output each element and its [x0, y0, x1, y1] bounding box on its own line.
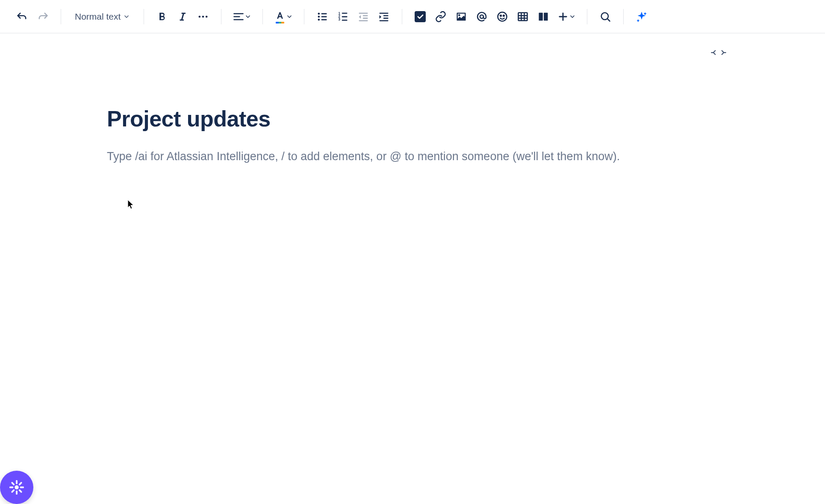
layouts-icon [537, 11, 549, 23]
svg-rect-19 [363, 15, 368, 16]
chevron-down-icon [569, 13, 576, 20]
table-button[interactable] [513, 7, 532, 26]
document-content[interactable]: Project updates Type /ai for Atlassian I… [107, 55, 718, 165]
redo-button[interactable] [33, 7, 52, 26]
divider [623, 9, 624, 24]
insert-group [406, 7, 583, 26]
bold-icon [156, 11, 168, 23]
divider [304, 9, 304, 24]
action-item-icon [415, 11, 426, 22]
svg-point-1 [202, 15, 204, 18]
loom-fab-button[interactable] [0, 471, 33, 504]
svg-point-2 [206, 15, 208, 18]
indent-icon [378, 11, 390, 23]
align-dropdown[interactable] [230, 7, 254, 26]
divider [144, 9, 144, 24]
svg-rect-21 [359, 20, 368, 21]
svg-rect-17 [342, 20, 348, 21]
svg-rect-9 [321, 16, 327, 17]
svg-rect-30 [519, 12, 527, 21]
bullet-list-icon [316, 11, 328, 23]
divider [262, 9, 263, 24]
width-toggle-button[interactable] [710, 49, 727, 56]
text-style-group: Normal text [65, 7, 140, 26]
more-icon [197, 11, 209, 23]
svg-rect-13 [342, 12, 348, 14]
image-icon [455, 11, 467, 23]
cursor-pointer [127, 199, 135, 210]
svg-text:3: 3 [339, 18, 341, 21]
svg-rect-23 [383, 15, 389, 16]
numbered-list-button[interactable]: 1 2 3 [333, 7, 352, 26]
arrow-right-icon [719, 49, 727, 56]
chevron-down-icon [123, 13, 130, 20]
mention-button[interactable] [472, 7, 491, 26]
image-button[interactable] [452, 7, 471, 26]
svg-rect-47 [11, 489, 15, 493]
action-item-button[interactable] [411, 7, 430, 26]
text-style-dropdown[interactable]: Normal text [70, 7, 135, 26]
divider [221, 9, 221, 24]
svg-point-6 [318, 12, 320, 15]
svg-rect-48 [11, 482, 15, 486]
more-formatting-button[interactable] [194, 7, 212, 26]
svg-rect-45 [20, 486, 24, 488]
svg-rect-46 [18, 482, 22, 486]
svg-rect-15 [342, 16, 348, 17]
svg-point-28 [500, 15, 501, 16]
outdent-button[interactable] [354, 7, 373, 26]
color-group [266, 7, 301, 26]
svg-line-40 [607, 18, 610, 21]
italic-icon [177, 11, 189, 23]
text-color-dropdown[interactable] [271, 7, 295, 26]
insert-dropdown[interactable] [554, 7, 578, 26]
svg-rect-25 [380, 20, 389, 21]
arrow-left-icon [710, 49, 718, 56]
chevron-down-icon [286, 13, 293, 20]
link-icon [435, 11, 447, 23]
italic-button[interactable] [173, 7, 192, 26]
svg-rect-44 [9, 486, 14, 488]
svg-rect-43 [16, 491, 18, 495]
editor-placeholder[interactable]: Type /ai for Atlassian Intelligence, / t… [107, 148, 718, 165]
plus-icon [557, 11, 569, 23]
svg-point-41 [15, 485, 19, 489]
svg-rect-20 [363, 18, 368, 19]
svg-rect-49 [18, 489, 22, 493]
divider [402, 9, 402, 24]
color-indicator [276, 22, 284, 23]
link-button[interactable] [431, 7, 450, 26]
svg-rect-36 [544, 12, 548, 21]
svg-rect-11 [321, 19, 327, 20]
emoji-icon [496, 11, 508, 23]
svg-rect-24 [383, 18, 389, 19]
svg-rect-35 [539, 12, 543, 21]
svg-point-29 [503, 15, 504, 16]
editor-toolbar: Normal text [0, 0, 825, 33]
align-left-icon [233, 11, 245, 23]
svg-rect-42 [16, 480, 18, 484]
formatting-group [147, 7, 218, 26]
divider [587, 9, 587, 24]
redo-icon [37, 11, 49, 23]
layouts-button[interactable] [534, 7, 553, 26]
table-icon [517, 11, 529, 23]
undo-icon [16, 11, 28, 23]
outdent-icon [357, 11, 369, 23]
svg-rect-18 [359, 12, 368, 14]
indent-button[interactable] [374, 7, 393, 26]
text-style-label: Normal text [75, 12, 121, 22]
search-icon [599, 11, 611, 23]
bold-button[interactable] [153, 7, 171, 26]
divider [61, 9, 61, 24]
page-title[interactable]: Project updates [107, 106, 718, 132]
find-group [591, 7, 620, 26]
find-button[interactable] [596, 7, 615, 26]
undo-button[interactable] [13, 7, 32, 26]
emoji-button[interactable] [493, 7, 512, 26]
ai-button[interactable] [632, 7, 651, 26]
bullet-list-button[interactable] [313, 7, 332, 26]
svg-point-10 [318, 18, 320, 21]
text-color-icon [274, 11, 286, 23]
mention-icon [476, 11, 488, 23]
